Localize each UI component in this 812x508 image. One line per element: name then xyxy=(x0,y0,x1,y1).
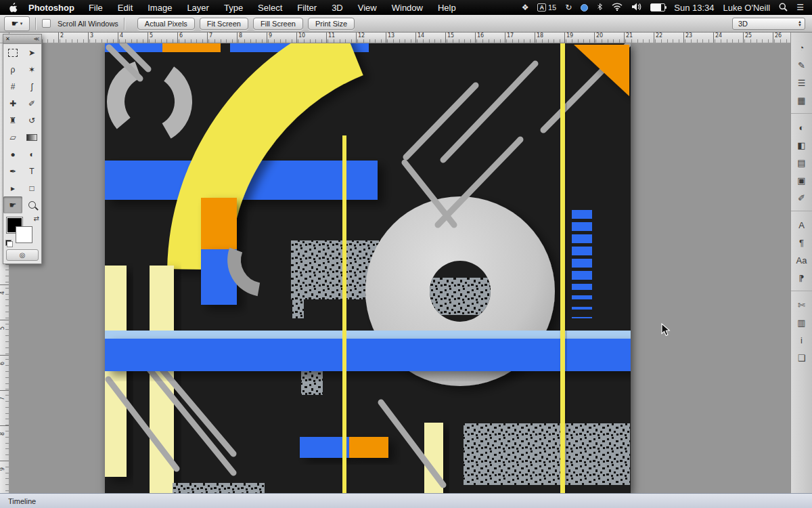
masks-panel-icon[interactable]: ◧ xyxy=(794,136,810,154)
sync-icon[interactable]: ↻ xyxy=(565,3,572,12)
paragraph-styles-panel-icon[interactable]: ⁋ xyxy=(794,269,810,287)
eyedropper-tool[interactable]: ʃ xyxy=(22,78,41,95)
default-colors-icon[interactable] xyxy=(5,240,13,247)
menu-edit[interactable]: Edit xyxy=(110,3,140,13)
menu-filter[interactable]: Filter xyxy=(290,3,324,13)
spotlight-search-icon[interactable] xyxy=(779,3,788,13)
menu-help[interactable]: Help xyxy=(430,3,464,13)
menu-type[interactable]: Type xyxy=(217,3,250,13)
adjustments-panel-icon[interactable]: ◐ xyxy=(794,119,810,136)
info-panel-icon[interactable]: i xyxy=(794,331,810,349)
quick-mask-button[interactable]: ◎ xyxy=(6,249,39,261)
app-status-icon[interactable] xyxy=(581,4,588,12)
3d-panel-icon[interactable]: ❑ xyxy=(794,349,810,366)
histogram-panel-icon[interactable]: ▥ xyxy=(794,314,810,331)
type-tool[interactable]: T xyxy=(22,163,41,179)
close-icon[interactable]: ✕ xyxy=(5,36,10,42)
menu-3d[interactable]: 3D xyxy=(324,3,351,13)
eraser-tool-icon: ▱ xyxy=(9,133,16,142)
paragraph-panel-icon[interactable]: ¶ xyxy=(794,234,810,251)
ruler-number: 2 xyxy=(58,33,64,43)
ruler-number: 9 xyxy=(0,461,9,473)
pen-tool-icon: ✒ xyxy=(9,167,16,175)
current-tool-dropdown[interactable]: ☛ xyxy=(4,16,30,31)
rectangular-marquee-tool[interactable] xyxy=(3,44,22,61)
healing-brush-tool[interactable]: ✚ xyxy=(3,95,22,112)
brush-panel-icon[interactable]: ✎ xyxy=(794,56,810,74)
measurement-log-panel-icon[interactable]: ✄ xyxy=(794,296,810,314)
apple-menu-icon[interactable] xyxy=(9,3,18,12)
horizontal-ruler[interactable]: 2345678910111213141516171819202122232425… xyxy=(0,33,790,43)
menu-clock[interactable]: Sun 13:34 xyxy=(674,3,714,13)
character-styles-panel-icon[interactable]: Aa xyxy=(794,251,810,269)
lasso-tool[interactable]: ρ xyxy=(3,61,22,78)
move-tool[interactable]: ➤ xyxy=(22,44,41,61)
styles-panel-icon[interactable]: ▤ xyxy=(794,154,810,171)
app-switcher-icon[interactable]: ❖ xyxy=(522,3,529,12)
menu-image[interactable]: Image xyxy=(140,3,179,13)
hand-tool[interactable]: ☛ xyxy=(3,196,22,213)
brush-presets-panel-icon[interactable]: ☰ xyxy=(794,74,810,91)
dock-group: ◐◧▤▣✐ xyxy=(791,117,812,211)
ruler-number: 14 xyxy=(415,33,424,43)
swap-colors-icon[interactable]: ⇄ xyxy=(34,215,39,222)
swatches-panel-icon[interactable]: ▦ xyxy=(794,91,810,109)
brush-tool[interactable]: ✐ xyxy=(22,95,41,112)
clone-stamp-tool-icon: ♜ xyxy=(9,117,17,125)
collapse-icon[interactable]: ≪ xyxy=(34,36,39,42)
fit-screen-button[interactable]: Fit Screen xyxy=(200,18,248,30)
eyedropper-tool-icon: ʃ xyxy=(31,83,33,91)
menu-view[interactable]: View xyxy=(351,3,384,13)
marquee-icon xyxy=(8,49,18,57)
path-selection-tool[interactable]: ▸ xyxy=(3,179,22,196)
tool-presets-panel-icon[interactable]: ✐ xyxy=(794,189,810,207)
actual-pixels-button[interactable]: Actual Pixels xyxy=(137,18,195,30)
app-name[interactable]: Photoshop xyxy=(28,3,74,13)
character-panel-icon[interactable]: A xyxy=(794,216,810,234)
clone-stamp-tool[interactable]: ♜ xyxy=(3,112,22,129)
menubar-status: ❖ A 15 ↻ Sun 13:34 Luke O'Neill ☰ xyxy=(522,2,812,13)
menu-layer[interactable]: Layer xyxy=(179,3,217,13)
path-selection-tool-icon: ▸ xyxy=(11,184,15,192)
menu-window[interactable]: Window xyxy=(384,3,430,13)
workspace-switcher[interactable]: 3D xyxy=(732,18,805,30)
crop-tool[interactable]: # xyxy=(3,78,22,95)
blur-tool-icon: ● xyxy=(10,150,15,158)
notification-center-icon[interactable]: ☰ xyxy=(796,3,804,12)
history-brush-tool[interactable]: ↺ xyxy=(22,112,41,129)
clone-source-panel-icon[interactable]: ▣ xyxy=(794,171,810,189)
document-canvas[interactable] xyxy=(105,43,631,493)
bottom-bar: Timeline xyxy=(0,493,812,508)
pen-tool[interactable]: ✒ xyxy=(3,163,22,179)
separator xyxy=(124,18,125,30)
3d-materials-panel-icon[interactable]: ◔ xyxy=(794,39,810,56)
brush-tool-icon: ✐ xyxy=(28,100,35,108)
user-menu[interactable]: Luke O'Neill xyxy=(723,3,771,13)
zoom-tool[interactable] xyxy=(22,196,41,213)
ruler-number: 26 xyxy=(773,33,782,43)
rectangle-tool[interactable]: □ xyxy=(22,179,41,196)
dodge-tool[interactable]: ◐ xyxy=(22,146,41,163)
menu-file[interactable]: File xyxy=(81,3,110,13)
gradient-tool[interactable] xyxy=(22,129,41,146)
ruler-number: 12 xyxy=(356,33,365,43)
background-color-swatch[interactable] xyxy=(16,227,32,242)
bluetooth-icon[interactable] xyxy=(597,2,603,13)
rectangle-tool-icon: □ xyxy=(29,184,34,192)
ruler-number: 5 xyxy=(148,33,153,43)
menu-select[interactable]: Select xyxy=(250,3,290,13)
art-noise-block xyxy=(301,369,323,395)
quick-selection-tool[interactable]: ✶ xyxy=(22,61,41,78)
wifi-icon[interactable] xyxy=(612,3,623,12)
scroll-all-windows-checkbox[interactable] xyxy=(42,19,51,28)
tool-palette-header[interactable]: ✕ ≪ xyxy=(3,35,41,44)
blur-tool[interactable]: ● xyxy=(3,146,22,163)
ruler-number: 7 xyxy=(0,390,9,403)
font-manager-icon[interactable]: A 15 xyxy=(537,3,556,12)
timeline-tab[interactable]: Timeline xyxy=(1,496,43,507)
print-size-button[interactable]: Print Size xyxy=(308,18,355,30)
fill-screen-button[interactable]: Fill Screen xyxy=(253,18,303,30)
eraser-tool[interactable]: ▱ xyxy=(3,129,22,146)
battery-icon[interactable] xyxy=(650,3,665,12)
volume-icon[interactable] xyxy=(631,3,641,12)
